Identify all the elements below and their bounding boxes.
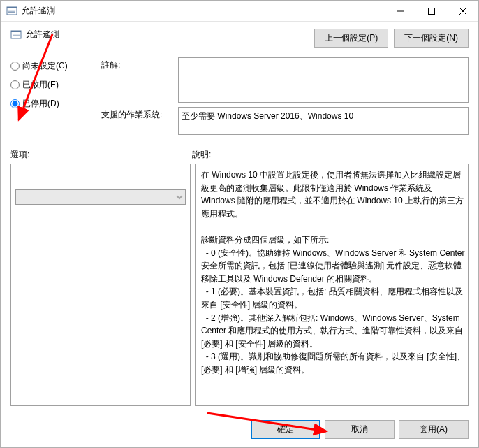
svg-rect-5 xyxy=(428,8,434,14)
comment-textarea[interactable] xyxy=(178,57,469,103)
next-setting-button[interactable]: 下一個設定(N) xyxy=(394,29,469,48)
radio-not-configured-label: 尚未設定(C) xyxy=(22,60,68,72)
window-icon xyxy=(6,6,17,17)
button-bar: 確定 取消 套用(A) xyxy=(1,413,478,447)
description-panel[interactable]: 在 Windows 10 中設置此設定後，使用者將無法選擇加入比組織設定層級更高… xyxy=(195,164,469,406)
policy-heading: 允許遙測 xyxy=(10,29,59,41)
close-button[interactable] xyxy=(447,1,478,21)
dialog-content: 允許遙測 上一個設定(P) 下一個設定(N) 尚未設定(C) 已啟用(E) xyxy=(1,22,478,413)
radio-enabled-label: 已啟用(E) xyxy=(22,79,59,91)
svg-rect-1 xyxy=(7,7,17,8)
fields-column: 註解: 支援的作業系統: 至少需要 Windows Server 2016、Wi… xyxy=(101,57,469,139)
previous-setting-button[interactable]: 上一個設定(P) xyxy=(314,29,388,48)
lower-section: 在 Windows 10 中設置此設定後，使用者將無法選擇加入比組織設定層級更高… xyxy=(10,164,469,406)
radio-disabled-label: 已停用(D) xyxy=(22,98,59,110)
comment-label: 註解: xyxy=(101,57,178,71)
options-panel xyxy=(10,164,191,406)
radio-enabled[interactable]: 已啟用(E) xyxy=(10,79,94,91)
svg-rect-9 xyxy=(11,31,21,32)
description-label: 說明: xyxy=(192,149,211,161)
radio-not-configured-input[interactable] xyxy=(10,62,20,71)
header-row: 允許遙測 上一個設定(P) 下一個設定(N) xyxy=(10,29,469,48)
policy-title-label: 允許遙測 xyxy=(26,29,59,41)
policy-dialog-window: 允許遙測 允許遙測 xyxy=(0,0,479,448)
supported-os-label: 支援的作業系統: xyxy=(101,107,178,121)
options-dropdown[interactable] xyxy=(15,189,186,205)
radio-disabled-input[interactable] xyxy=(10,99,20,108)
state-radio-group: 尚未設定(C) 已啟用(E) 已停用(D) xyxy=(10,57,94,139)
maximize-button[interactable] xyxy=(415,1,447,21)
supported-os-text: 至少需要 Windows Server 2016、Windows 10 xyxy=(178,107,469,135)
policy-icon xyxy=(10,29,22,41)
minimize-button[interactable] xyxy=(384,1,415,21)
options-label: 選項: xyxy=(10,149,192,161)
radio-not-configured[interactable]: 尚未設定(C) xyxy=(10,60,94,72)
radio-enabled-input[interactable] xyxy=(10,80,20,89)
window-title: 允許遙測 xyxy=(22,5,384,17)
titlebar: 允許遙測 xyxy=(1,1,478,22)
svg-rect-2 xyxy=(8,10,15,10)
panel-labels-row: 選項: 說明: xyxy=(10,149,469,161)
svg-rect-3 xyxy=(8,11,15,12)
cancel-button[interactable]: 取消 xyxy=(325,420,395,439)
radio-disabled[interactable]: 已停用(D) xyxy=(10,98,94,110)
svg-rect-10 xyxy=(13,34,20,34)
apply-button[interactable]: 套用(A) xyxy=(399,420,469,439)
svg-rect-11 xyxy=(13,35,20,36)
ok-button[interactable]: 確定 xyxy=(251,420,320,439)
upper-section: 尚未設定(C) 已啟用(E) 已停用(D) 註解: 支援的作業系統: xyxy=(10,57,469,139)
